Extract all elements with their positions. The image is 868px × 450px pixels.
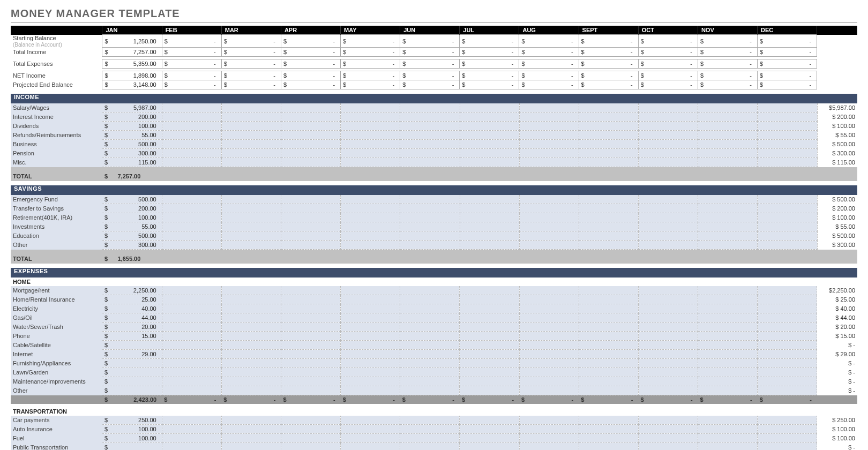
value-cell[interactable] bbox=[519, 241, 579, 250]
value-cell[interactable]: $25.00 bbox=[102, 295, 162, 304]
value-cell[interactable] bbox=[460, 131, 519, 140]
value-cell[interactable] bbox=[281, 322, 340, 332]
value-cell[interactable] bbox=[638, 377, 698, 386]
value-cell[interactable] bbox=[400, 241, 460, 250]
value-cell[interactable] bbox=[162, 286, 221, 295]
value-cell[interactable] bbox=[341, 140, 400, 149]
value-cell[interactable] bbox=[758, 332, 817, 341]
value-cell[interactable] bbox=[579, 195, 638, 204]
value-cell[interactable] bbox=[698, 386, 758, 395]
value-cell[interactable]: $100.00 bbox=[102, 122, 162, 131]
value-cell[interactable]: $44.00 bbox=[102, 313, 162, 322]
value-cell[interactable]: $115.00 bbox=[102, 158, 162, 167]
value-cell[interactable] bbox=[162, 304, 221, 313]
money-cell[interactable]: $- bbox=[341, 71, 400, 80]
value-cell[interactable]: $200.00 bbox=[102, 112, 162, 122]
value-cell[interactable] bbox=[460, 304, 519, 313]
value-cell[interactable] bbox=[758, 112, 817, 122]
value-cell[interactable] bbox=[341, 149, 400, 158]
value-cell[interactable] bbox=[579, 158, 638, 167]
value-cell[interactable] bbox=[281, 443, 340, 451]
value-cell[interactable] bbox=[162, 222, 221, 231]
value-cell[interactable] bbox=[162, 425, 221, 434]
value-cell[interactable] bbox=[162, 241, 221, 250]
value-cell[interactable] bbox=[460, 443, 519, 451]
value-cell[interactable] bbox=[400, 368, 460, 377]
money-cell[interactable]: $- bbox=[758, 59, 817, 69]
value-cell[interactable] bbox=[519, 350, 579, 359]
value-cell[interactable] bbox=[460, 286, 519, 295]
value-cell[interactable] bbox=[519, 332, 579, 341]
value-cell[interactable] bbox=[519, 304, 579, 313]
value-cell[interactable] bbox=[281, 204, 341, 213]
value-cell[interactable] bbox=[281, 122, 341, 131]
value-cell[interactable] bbox=[460, 425, 519, 434]
value-cell[interactable] bbox=[758, 231, 817, 241]
value-cell[interactable] bbox=[281, 377, 340, 386]
value-cell[interactable] bbox=[281, 231, 341, 241]
value-cell[interactable] bbox=[221, 286, 281, 295]
money-cell[interactable]: $- bbox=[221, 59, 281, 69]
value-cell[interactable] bbox=[221, 322, 281, 332]
money-cell[interactable]: $- bbox=[460, 48, 519, 57]
value-cell[interactable] bbox=[579, 112, 638, 122]
money-cell[interactable]: $- bbox=[281, 35, 340, 48]
money-cell[interactable]: $- bbox=[162, 80, 221, 89]
value-cell[interactable] bbox=[281, 140, 341, 149]
value-cell[interactable] bbox=[400, 359, 460, 368]
money-cell[interactable]: $- bbox=[698, 59, 757, 69]
money-cell[interactable]: $- bbox=[638, 59, 698, 69]
money-cell[interactable]: $- bbox=[519, 71, 579, 80]
money-cell[interactable]: $- bbox=[341, 48, 400, 57]
value-cell[interactable]: $100.00 bbox=[102, 425, 162, 434]
value-cell[interactable] bbox=[698, 103, 758, 112]
value-cell[interactable] bbox=[341, 286, 400, 295]
value-cell[interactable] bbox=[758, 386, 817, 395]
money-cell[interactable]: $- bbox=[281, 59, 340, 69]
value-cell[interactable] bbox=[460, 368, 519, 377]
value-cell[interactable] bbox=[341, 425, 400, 434]
value-cell[interactable] bbox=[400, 286, 460, 295]
value-cell[interactable] bbox=[758, 434, 817, 443]
value-cell[interactable] bbox=[638, 313, 698, 322]
value-cell[interactable] bbox=[400, 195, 460, 204]
value-cell[interactable] bbox=[579, 377, 638, 386]
value-cell[interactable] bbox=[758, 322, 817, 332]
value-cell[interactable] bbox=[460, 231, 519, 241]
value-cell[interactable] bbox=[698, 350, 758, 359]
value-cell[interactable]: $ bbox=[102, 359, 162, 368]
value-cell[interactable] bbox=[400, 350, 460, 359]
value-cell[interactable] bbox=[460, 149, 519, 158]
value-cell[interactable] bbox=[639, 149, 698, 158]
value-cell[interactable] bbox=[639, 131, 698, 140]
value-cell[interactable] bbox=[221, 313, 281, 322]
value-cell[interactable] bbox=[221, 112, 281, 122]
value-cell[interactable] bbox=[400, 204, 460, 213]
value-cell[interactable] bbox=[519, 377, 579, 386]
value-cell[interactable] bbox=[758, 350, 817, 359]
value-cell[interactable] bbox=[460, 103, 519, 112]
value-cell[interactable] bbox=[400, 377, 460, 386]
value-cell[interactable] bbox=[281, 341, 340, 350]
value-cell[interactable] bbox=[400, 313, 460, 322]
money-cell[interactable]: $- bbox=[758, 71, 817, 80]
value-cell[interactable] bbox=[162, 434, 221, 443]
value-cell[interactable] bbox=[400, 112, 460, 122]
value-cell[interactable] bbox=[281, 416, 340, 425]
value-cell[interactable] bbox=[579, 341, 638, 350]
value-cell[interactable] bbox=[341, 103, 400, 112]
value-cell[interactable] bbox=[579, 122, 638, 131]
value-cell[interactable] bbox=[698, 416, 758, 425]
value-cell[interactable] bbox=[281, 350, 340, 359]
value-cell[interactable] bbox=[341, 332, 400, 341]
value-cell[interactable] bbox=[460, 350, 519, 359]
value-cell[interactable] bbox=[341, 341, 400, 350]
value-cell[interactable] bbox=[519, 295, 579, 304]
value-cell[interactable] bbox=[281, 359, 340, 368]
value-cell[interactable] bbox=[519, 341, 579, 350]
value-cell[interactable] bbox=[758, 149, 817, 158]
money-cell[interactable]: $- bbox=[221, 35, 281, 48]
value-cell[interactable] bbox=[698, 313, 758, 322]
value-cell[interactable] bbox=[341, 304, 400, 313]
value-cell[interactable] bbox=[579, 332, 638, 341]
